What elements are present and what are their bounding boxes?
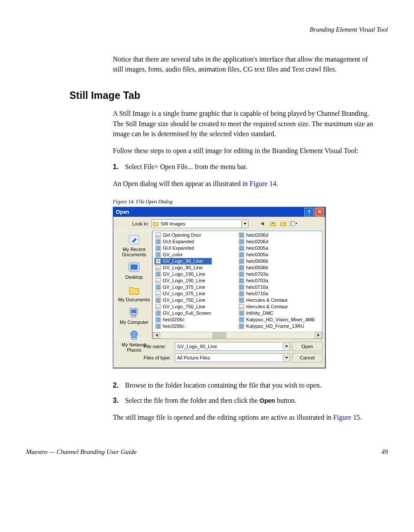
file-item[interactable]: exfGV_Logo_90_Line <box>154 264 212 271</box>
open-button[interactable]: Open <box>292 342 322 351</box>
file-item[interactable]: GUI Expanded <box>154 238 212 245</box>
step-1-text: Select File> Open File... from the menu … <box>125 163 247 170</box>
svg-rect-57 <box>240 279 243 282</box>
image-file-icon <box>155 310 161 316</box>
figure-14-caption: Figure 14. File Open Dialog <box>113 199 388 205</box>
file-type-select[interactable]: All Picture Files <box>175 353 290 362</box>
svg-rect-41 <box>157 325 160 328</box>
file-columns: exfGirl Opening DoorGUI ExpandedGUI Expa… <box>153 231 322 332</box>
file-item[interactable]: GV_Logo_375_Line <box>154 284 212 290</box>
figure-15-link[interactable]: Figure 15 <box>333 414 360 421</box>
svg-rect-29 <box>157 286 160 289</box>
file-item[interactable]: heic0206c <box>154 323 212 330</box>
folder-up-icon <box>270 221 276 226</box>
file-item-label: GV_Logo_90_Line <box>163 258 203 264</box>
figure-14-link[interactable]: Figure 14 <box>250 180 276 187</box>
file-item-label: GV_Logo_190_Line <box>163 271 205 277</box>
image-file-icon <box>155 323 161 329</box>
file-item[interactable]: exfGirl Opening Door <box>154 232 212 238</box>
file-item[interactable]: exfHercules & Centaur <box>238 304 316 310</box>
file-item-label: GUI Expanded <box>163 239 194 244</box>
scroll-thumb[interactable] <box>213 333 226 338</box>
chevron-down-icon[interactable] <box>283 354 290 361</box>
file-item[interactable]: GV_color <box>154 251 212 258</box>
cancel-button[interactable]: Cancel <box>292 353 322 362</box>
svg-rect-63 <box>240 299 243 302</box>
file-item[interactable]: heic0710a <box>238 290 316 297</box>
file-item[interactable]: GV_Logo_90_Line <box>154 258 212 264</box>
file-item[interactable]: heic0206c <box>154 317 212 323</box>
place-my-computer[interactable]: My Computer <box>116 306 152 325</box>
dialog-titlebar: Open ? ✕ <box>113 207 325 217</box>
svg-text:exf: exf <box>156 280 160 283</box>
file-item[interactable]: Kalypso_HD_Frame_13RU <box>238 323 316 330</box>
file-item[interactable]: Infinity_DMC <box>238 310 316 317</box>
look-in-combobox[interactable]: Still Images <box>151 219 249 228</box>
dialog-bottom-rows: File name: GV_Logo_90_Line Open Files of… <box>116 342 322 364</box>
horizontal-scrollbar[interactable] <box>153 332 322 339</box>
file-item[interactable]: heic0703a <box>238 271 316 277</box>
file-column-2: heic0206dheic0206dheic0305aheic0305aheic… <box>238 232 316 331</box>
file-open-dialog: Open ? ✕ Look in: Still Images <box>113 207 325 368</box>
file-item[interactable]: heic0206d <box>238 238 316 245</box>
file-item[interactable]: heic0305a <box>238 245 316 251</box>
chevron-down-icon[interactable] <box>241 220 248 227</box>
svg-rect-53 <box>240 266 243 269</box>
image-file-icon <box>239 291 244 297</box>
file-name-row: File name: GV_Logo_90_Line Open <box>144 342 322 351</box>
scroll-right-button[interactable] <box>315 332 322 339</box>
file-item[interactable]: Hercules & Centaur <box>238 297 316 304</box>
file-item[interactable]: heic0305a <box>238 251 316 258</box>
step-3-prefix: Select the file from the folder and then… <box>125 397 260 404</box>
file-item[interactable]: exfGV_Logo_190_Line <box>154 277 212 284</box>
image-file-icon <box>155 252 161 258</box>
place-label: Desktop <box>116 274 152 280</box>
paragraph-3: An Open dialog will then appear as illus… <box>113 179 379 189</box>
my-documents-icon <box>116 283 152 297</box>
place-desktop[interactable]: Desktop <box>116 261 152 280</box>
file-item-label: heic0703a <box>246 278 268 283</box>
exf-file-icon: exf <box>155 291 161 297</box>
svg-rect-67 <box>240 312 243 315</box>
file-item[interactable]: heic0506b <box>238 264 316 271</box>
file-item[interactable]: heic0506b <box>238 258 316 264</box>
chevron-right-icon <box>317 333 320 337</box>
file-item[interactable]: exfGV_Logo_750_Line <box>154 304 212 310</box>
svg-text:exf: exf <box>240 306 243 309</box>
dialog-close-button[interactable]: ✕ <box>315 208 324 216</box>
place-my-documents[interactable]: My Documents <box>116 283 152 302</box>
up-one-level-button[interactable] <box>269 219 277 228</box>
exf-file-icon: exf <box>239 304 244 310</box>
svg-rect-1 <box>290 222 295 226</box>
file-item[interactable]: heic0710a <box>238 284 316 290</box>
back-button[interactable] <box>258 219 267 228</box>
file-name-input[interactable]: GV_Logo_90_Line <box>175 342 290 351</box>
new-folder-button[interactable] <box>279 219 288 228</box>
file-item[interactable]: GV_Logo_750_Line <box>154 297 212 304</box>
step-2-text: Browse to the folder location containing… <box>125 382 322 389</box>
svg-rect-17 <box>157 247 160 250</box>
place-label: My Recent <box>123 247 146 252</box>
scroll-track[interactable] <box>160 333 315 338</box>
file-item-label: GV_Logo_375_Line <box>163 291 205 296</box>
chevron-down-icon[interactable] <box>283 343 290 350</box>
file-item[interactable]: Kalypso_HD_Vision_Mixer_4ME <box>238 317 316 323</box>
svg-rect-69 <box>240 318 243 321</box>
image-file-icon <box>239 232 244 238</box>
file-item[interactable]: exfGV_Logo_375_Line <box>154 290 212 297</box>
svg-point-0 <box>284 222 286 223</box>
file-item[interactable]: GV_Logo_Full_Screen <box>154 310 212 317</box>
dialog-help-button[interactable]: ? <box>304 208 314 216</box>
place-recent-documents[interactable]: My RecentDocuments <box>116 233 152 257</box>
file-item[interactable]: GUI Expanded <box>154 245 212 251</box>
chevron-left-icon <box>155 333 158 337</box>
file-item[interactable]: heic0206d <box>238 232 316 238</box>
file-item[interactable]: heic0703a <box>238 277 316 284</box>
scroll-left-button[interactable] <box>153 332 160 339</box>
view-menu-button[interactable] <box>289 219 298 228</box>
svg-rect-21 <box>157 260 160 263</box>
file-item[interactable]: GV_Logo_190_Line <box>154 271 212 277</box>
file-item-label: GV_color <box>163 252 183 257</box>
image-file-icon <box>239 258 244 264</box>
image-file-icon <box>155 284 161 290</box>
